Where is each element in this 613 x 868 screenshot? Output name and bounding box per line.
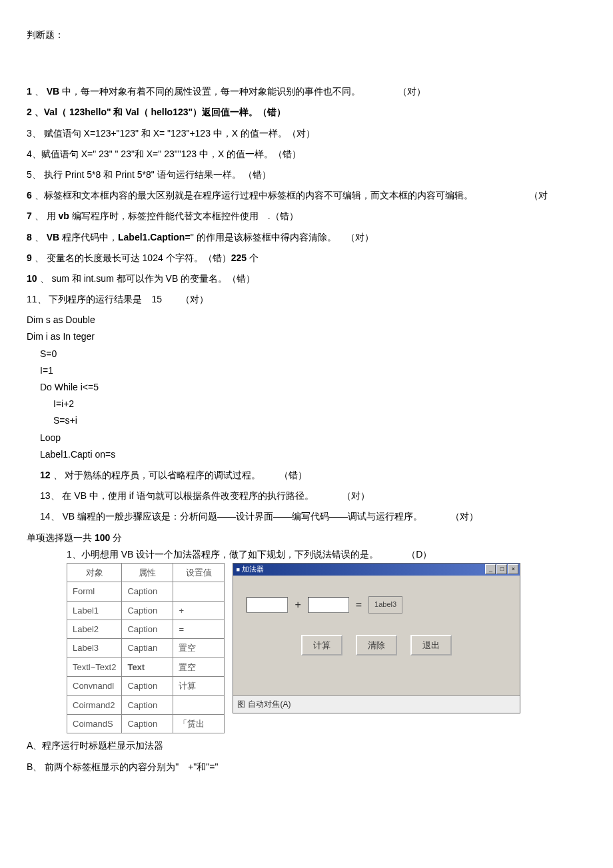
- minimize-icon[interactable]: _: [485, 564, 496, 574]
- mc-title-suffix: 分: [110, 532, 122, 543]
- question-item: 3、 赋值语句 X=123+"123" 和 X= "123"+123 中，X 的…: [27, 125, 586, 142]
- plus-label: +: [295, 596, 301, 615]
- text2-input[interactable]: [308, 597, 349, 613]
- table-cell: =: [173, 620, 225, 639]
- table-cell: [173, 582, 225, 601]
- table-cell: Text: [122, 657, 173, 676]
- option-b: B、 前两个标签框显示的内容分别为" +"和"=": [27, 759, 586, 775]
- calculate-button[interactable]: 计算: [301, 635, 342, 655]
- equals-label: =: [356, 596, 362, 615]
- code-block: Dim s as DoubleDim i as In tegerS=0I=1Do…: [27, 312, 586, 463]
- table-row: FormlCaption: [67, 582, 225, 601]
- question-item: 10、 sum 和 int.sum 都可以作为 VB 的变量名。（错）: [27, 270, 586, 287]
- table-row: ConvnandlCaption计算: [67, 677, 225, 695]
- code-line: S=s+i: [53, 412, 586, 429]
- table-cell: Caption: [122, 620, 173, 639]
- table-cell: Coirmand2: [67, 695, 122, 714]
- code-line: Dim i as In teger: [27, 328, 586, 345]
- vb-form-body: + = 1abel3 计算 清除 退出: [233, 576, 520, 695]
- table-cell: Forml: [67, 582, 122, 601]
- question-item: 13、 在 VB 中，使用 if 语句就可以根据条件改变程序的执行路径。 （对）: [40, 488, 586, 504]
- code-line: Do While i<=5: [40, 379, 586, 396]
- maximize-icon[interactable]: □: [496, 564, 507, 574]
- close-icon[interactable]: ×: [508, 564, 518, 574]
- question-item: 8、 VB 程序代码中，Label1.Caption='' 的作用是该标签框中得…: [27, 229, 586, 246]
- table-cell: CoimandS: [67, 715, 122, 733]
- table-cell: 计算: [173, 677, 225, 695]
- question-item: 5、 执行 Print 5*8 和 Print 5*8" 语句运行结果一样。 （…: [27, 167, 586, 183]
- autofocus-icon: 图: [237, 697, 245, 712]
- table-cell: Caption: [122, 695, 173, 714]
- table-cell: 置空: [173, 657, 225, 676]
- code-line: Label1.Capti on=s: [40, 446, 586, 463]
- code-line: Loop: [40, 430, 586, 446]
- code-line: Dim s as Double: [27, 312, 586, 328]
- code-line: I=i+2: [53, 396, 586, 412]
- table-row: Label1Caption+: [67, 601, 225, 620]
- table-cell: 「赁出: [173, 715, 225, 733]
- table-cell: Textl~Text2: [67, 657, 122, 676]
- text1-input[interactable]: [247, 597, 288, 613]
- table-row: Textl~Text2Text置空: [67, 657, 225, 676]
- mc-title-score: 100: [95, 532, 110, 543]
- table-cell: Label1: [67, 601, 122, 620]
- table-cell: Caption: [122, 715, 173, 733]
- table-cell: Captian: [122, 639, 173, 657]
- table-cell: Caption: [122, 601, 173, 620]
- questions-list: 1、 VB 中，每一种对象有着不同的属性设置，每一种对象能识别的事件也不同。 （…: [27, 83, 586, 308]
- mc-question-1: 1、小明想用 VB 设计一个加法器程序，做了如下规划，下列说法错误的是。 （D）: [67, 546, 586, 563]
- clear-button[interactable]: 清除: [356, 635, 397, 655]
- vb-titlebar: ■ 加法器 _ □ ×: [233, 564, 520, 576]
- table-header: 对象: [67, 563, 122, 582]
- table-cell: Caption: [122, 677, 173, 695]
- question-item: 7、 用 vb 编写程序时，标签控件能代替文本框控件使用 .（错）: [27, 208, 586, 224]
- option-a: A、程序运行时标题栏显示加法器: [27, 737, 586, 754]
- label3-output: 1abel3: [368, 596, 402, 614]
- exit-button[interactable]: 退出: [410, 635, 452, 655]
- question-item: 11、 下列程序的运行结果是 15 （对）: [27, 291, 586, 308]
- table-row: Coirmand2Caption: [67, 695, 225, 714]
- autofocus-label[interactable]: 自动对焦(A): [248, 697, 291, 712]
- table-header: 属性: [122, 563, 173, 582]
- question-item: 12、 对于熟练的程序员，可以省略程序的调试过程。 （错）: [40, 467, 586, 484]
- table-row: CoimandSCaption「赁出: [67, 715, 225, 733]
- window-controls: _ □ ×: [485, 564, 518, 574]
- table-row: Label2Caption=: [67, 620, 225, 639]
- property-table: 对象属性设置值FormlCaptionLabel1Caption+Label2C…: [67, 563, 225, 734]
- table-cell: +: [173, 601, 225, 620]
- table-row: Label3Captian置空: [67, 639, 225, 657]
- question-item: 9、 变量名的长度最长可达 1024 个字符。（错）225 个: [27, 250, 586, 266]
- table-cell: 置空: [173, 639, 225, 657]
- vb-window-title: ■ 加法器: [236, 563, 264, 576]
- vb-form-preview: ■ 加法器 _ □ × + = 1abel3 计算 清除 退出 图 自动: [233, 563, 520, 714]
- table-cell: Convnandl: [67, 677, 122, 695]
- question-item: 14、 VB 编程的一般步骤应该是：分析问题——设计界面——编写代码——调试与运…: [40, 508, 586, 525]
- questions-list-2: 12、 对于熟练的程序员，可以省略程序的调试过程。 （错）13、 在 VB 中，…: [27, 467, 586, 526]
- code-line: I=1: [40, 362, 586, 379]
- question-item: 1、 VB 中，每一种对象有着不同的属性设置，每一种对象能识别的事件也不同。 （…: [27, 83, 586, 100]
- mc-title-prefix: 单项选择题一共: [27, 532, 95, 543]
- table-cell: [173, 695, 225, 714]
- table-cell: Caption: [122, 582, 173, 601]
- table-cell: Label2: [67, 620, 122, 639]
- mc-section-title: 单项选择题一共 100 分: [27, 530, 586, 546]
- question-item: 2、Val（ 123hello" 和 Val（ hello123"）返回值一样。…: [27, 104, 586, 121]
- section-title: 判断题：: [27, 27, 586, 43]
- answer-options: A、程序运行时标题栏显示加法器 B、 前两个标签框显示的内容分别为" +"和"=…: [27, 737, 586, 775]
- vb-context-menu: 图 自动对焦(A): [233, 695, 520, 713]
- table-header: 设置值: [173, 563, 225, 582]
- question-item: 6、标签框和文本框内容的最大区别就是在程序运行过程中标签框的内容不可编辑，而文本…: [27, 187, 586, 204]
- table-cell: Label3: [67, 639, 122, 657]
- question-item: 4、赋值语句 X=" 23" " 23"和 X=" 23""123 中，X 的值…: [27, 146, 586, 163]
- code-line: S=0: [40, 346, 586, 362]
